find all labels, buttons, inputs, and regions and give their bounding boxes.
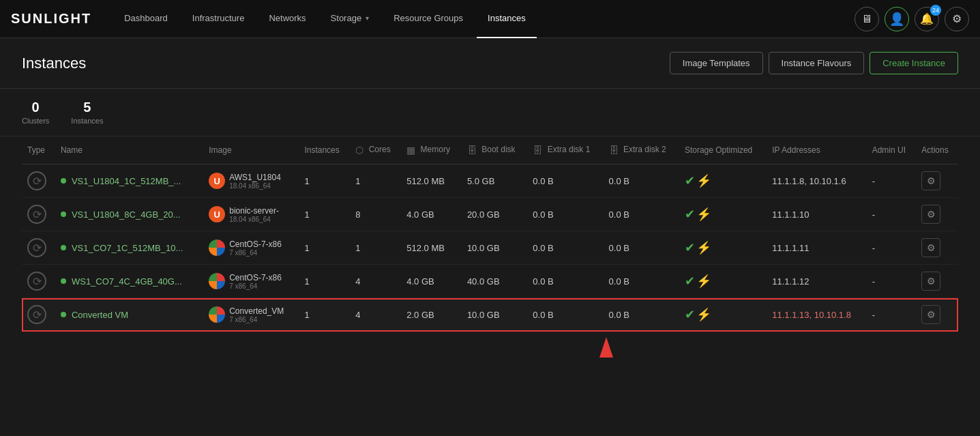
table-row[interactable]: ⟳ VS1_U1804_1C_512MB_... U AWS1_U1804 18… [22, 164, 958, 198]
image-cell: CentOS-7-x86 7 x86_64 [203, 231, 299, 265]
name-td: VS1_CO7_1C_512MB_10... [55, 231, 203, 265]
row-actions-button[interactable]: ⚙ [921, 238, 940, 257]
monitor-icon: 🖥 [861, 13, 872, 25]
monitor-button[interactable]: 🖥 [855, 7, 879, 31]
status-dot [61, 212, 66, 217]
instances-cell: 1 [299, 298, 350, 332]
admin-ui-cell: - [867, 298, 917, 332]
clusters-label: Clusters [22, 117, 49, 125]
table-row[interactable]: ⟳ WS1_CO7_4C_4GB_40G... CentOS-7-x86 7 x… [22, 265, 958, 298]
nav-dashboard[interactable]: Dashboard [113, 0, 179, 38]
instance-name-link[interactable]: WS1_CO7_4C_4GB_40G... [72, 276, 182, 287]
image-version: 7 x86_64 [229, 316, 284, 323]
cores-cell: 1 [350, 164, 401, 198]
table-row[interactable]: ⟳ VS1_U1804_8C_4GB_20... U bionic-server… [22, 198, 958, 231]
col-type: Type [22, 136, 55, 164]
image-text: AWS1_U1804 18.04 x86_64 [229, 173, 281, 190]
table-row[interactable]: ⟳ Converted VM Converted_VM 7 x86_64 1 4… [22, 298, 958, 332]
row-actions-button[interactable]: ⚙ [921, 171, 940, 190]
name-cell: VS1_U1804_8C_4GB_20... [61, 209, 198, 220]
table-body: ⟳ VS1_U1804_1C_512MB_... U AWS1_U1804 18… [22, 164, 958, 332]
admin-ui-cell: - [867, 265, 917, 298]
table-row[interactable]: ⟳ VS1_CO7_1C_512MB_10... CentOS-7-x86 7 … [22, 231, 958, 265]
chevron-down-icon: ▾ [366, 14, 369, 22]
image-text: bionic-server- 18.04 x86_64 [229, 206, 279, 223]
status-dot [61, 245, 66, 250]
instances-cell: 1 [299, 164, 350, 198]
image-version: 7 x86_64 [229, 249, 282, 257]
instance-flavours-button[interactable]: Instance Flavours [769, 52, 865, 74]
image-cell: U AWS1_U1804 18.04 x86_64 [203, 164, 299, 198]
extra-disk2-cell: 0.0 B [604, 231, 679, 265]
type-cell: ⟳ [22, 164, 55, 198]
notification-button[interactable]: 🔔 24 [915, 7, 939, 31]
gear-icon: ⚙ [952, 12, 962, 25]
cores-icon: ⬡ [355, 145, 363, 156]
image-name: CentOS-7-x86 [229, 239, 282, 249]
nav-networks[interactable]: Networks [258, 0, 316, 38]
instance-name-link[interactable]: VS1_U1804_8C_4GB_20... [72, 209, 181, 220]
name-cell: VS1_CO7_1C_512MB_10... [61, 243, 198, 253]
instance-name-link[interactable]: VS1_U1804_1C_512MB_... [72, 176, 181, 186]
image-cell: CentOS-7-x86 7 x86_64 [203, 265, 299, 298]
col-extra-disk1: 🗄 Extra disk 1 [527, 136, 603, 164]
actions-cell: ⚙ [916, 231, 958, 265]
instance-type-icon: ⟳ [27, 238, 46, 257]
image-info: U bionic-server- 18.04 x86_64 [209, 206, 293, 223]
ubuntu-icon: U [209, 206, 225, 222]
name-td: WS1_CO7_4C_4GB_40G... [55, 265, 203, 298]
user-button[interactable]: 👤 [885, 7, 909, 31]
row-actions-button[interactable]: ⚙ [921, 272, 940, 291]
instance-type-icon: ⟳ [27, 305, 46, 324]
nav-resource-groups[interactable]: Resource Groups [383, 0, 474, 38]
clusters-value: 0 [32, 100, 40, 115]
instance-name-link[interactable]: VS1_CO7_1C_512MB_10... [72, 243, 183, 253]
storage-opt-cell: ✔⚡ [679, 231, 767, 265]
memory-cell: 4.0 GB [401, 198, 462, 231]
instance-type-icon: ⟳ [27, 205, 46, 224]
extra-disk2-cell: 0.0 B [604, 164, 679, 198]
extra-disk2-icon: 🗄 [609, 145, 619, 156]
extra-disk1-cell: 0.0 B [527, 164, 603, 198]
nav-icons: 🖥 👤 🔔 24 ⚙ [855, 7, 969, 31]
storage-check-icon: ✔ [685, 307, 695, 322]
name-cell: VS1_U1804_1C_512MB_... [61, 176, 198, 186]
settings-button[interactable]: ⚙ [945, 7, 969, 31]
row-actions-button[interactable]: ⚙ [921, 205, 940, 224]
row-actions-button[interactable]: ⚙ [921, 305, 940, 324]
create-instance-button[interactable]: Create Instance [870, 52, 958, 74]
instance-name-link[interactable]: Converted VM [72, 310, 128, 320]
extra-disk2-cell: 0.0 B [604, 198, 679, 231]
ip-addresses-cell: 11.1.1.8, 10.10.1.6 [767, 164, 866, 198]
extra-disk1-cell: 0.0 B [527, 198, 603, 231]
col-storage-opt: Storage Optimized [679, 136, 767, 164]
boot-disk-cell: 10.0 GB [462, 298, 527, 332]
boot-disk-cell: 20.0 GB [462, 198, 527, 231]
nav-instances[interactable]: Instances [477, 0, 537, 38]
admin-ui-cell: - [867, 198, 917, 231]
boot-disk-cell: 5.0 GB [462, 164, 527, 198]
col-name: Name [55, 136, 203, 164]
nav-storage[interactable]: Storage ▾ [320, 0, 381, 38]
storage-opt-icon: ✔⚡ [685, 173, 761, 188]
header-actions: Image Templates Instance Flavours Create… [670, 52, 958, 74]
storage-opt-icon: ✔⚡ [685, 207, 761, 222]
image-templates-button[interactable]: Image Templates [670, 52, 763, 74]
image-name: AWS1_U1804 [229, 173, 281, 182]
storage-warning-icon: ⚡ [696, 207, 711, 222]
col-extra-disk2: 🗄 Extra disk 2 [604, 136, 679, 164]
ip-addresses-cell: 11.1.1.10 [767, 198, 866, 231]
col-boot-disk: 🗄 Boot disk [462, 136, 527, 164]
instances-cell: 1 [299, 198, 350, 231]
col-cores: ⬡ Cores [350, 136, 401, 164]
boot-disk-icon: 🗄 [467, 145, 477, 156]
nav-infrastructure[interactable]: Infrastructure [181, 0, 256, 38]
image-name: CentOS-7-x86 [229, 273, 282, 282]
arrow-indicator [0, 332, 980, 358]
name-cell: WS1_CO7_4C_4GB_40G... [61, 276, 198, 287]
storage-opt-cell: ✔⚡ [679, 164, 767, 198]
instances-value: 5 [83, 100, 91, 115]
image-info: U AWS1_U1804 18.04 x86_64 [209, 173, 293, 190]
name-td: VS1_U1804_1C_512MB_... [55, 164, 203, 198]
memory-cell: 2.0 GB [401, 298, 462, 332]
